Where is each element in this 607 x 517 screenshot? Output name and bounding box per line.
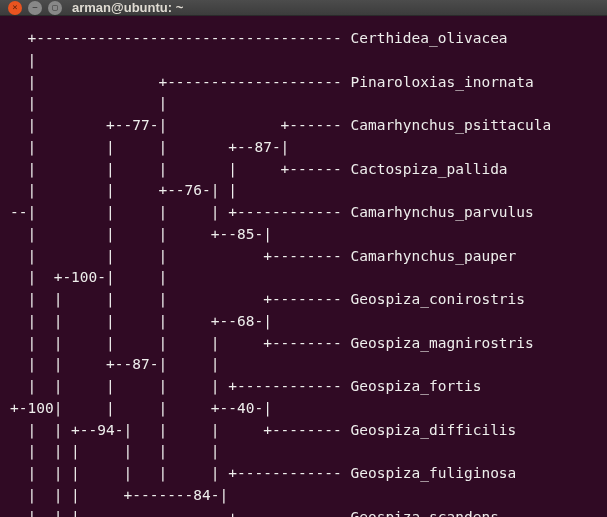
- terminal-window: × − ▢ arman@ubuntu: ~ +-----------------…: [0, 0, 607, 517]
- tree-line: | | | | +--68-|: [10, 313, 272, 329]
- window-title: arman@ubuntu: ~: [72, 0, 183, 15]
- tree-line: | |: [10, 95, 167, 111]
- tree-line: +----------------------------------- Cer…: [10, 30, 508, 46]
- tree-line: | | | | | +-------- Geospiza_magnirostri…: [10, 335, 534, 351]
- tree-line: | | | | +-------- Geospiza_conirostris: [10, 291, 525, 307]
- tree-line: --| | | | +------------ Camarhynchus_par…: [10, 204, 534, 220]
- maximize-icon[interactable]: ▢: [48, 1, 62, 15]
- tree-line: | | | +-------- Camarhynchus_pauper: [10, 248, 516, 264]
- tree-line: | +--77-| +------ Camarhynchus_psittacul…: [10, 117, 551, 133]
- tree-line: | | | +--85-|: [10, 226, 272, 242]
- tree-line: | +-100-| |: [10, 269, 167, 285]
- window-controls: × − ▢: [8, 1, 62, 15]
- minimize-icon[interactable]: −: [28, 1, 42, 15]
- tree-line: | | | | | +------------ Geospiza_fortis: [10, 378, 481, 394]
- tree-line: | +-------------------- Pinaroloxias_ino…: [10, 74, 534, 90]
- terminal-output[interactable]: +----------------------------------- Cer…: [0, 16, 607, 517]
- tree-line: | | | +------------ Geospiza_scandens: [10, 509, 499, 518]
- tree-line: | | +--87-| |: [10, 356, 220, 372]
- tree-line: | | | +--87-|: [10, 139, 289, 155]
- titlebar[interactable]: × − ▢ arman@ubuntu: ~: [0, 0, 607, 16]
- tree-line: | | +--94-| | | +-------- Geospiza_diffi…: [10, 422, 516, 438]
- tree-line: | | | | | |: [10, 443, 220, 459]
- tree-line: |: [10, 52, 36, 68]
- tree-line: | | +--76-| |: [10, 182, 237, 198]
- tree-line: +-100| | | +--40-|: [10, 400, 272, 416]
- close-icon[interactable]: ×: [8, 1, 22, 15]
- tree-line: | | | | | | +------------ Geospiza_fulig…: [10, 465, 516, 481]
- tree-line: | | | +-------84-|: [10, 487, 228, 503]
- tree-line: | | | | +------ Cactospiza_pallida: [10, 161, 508, 177]
